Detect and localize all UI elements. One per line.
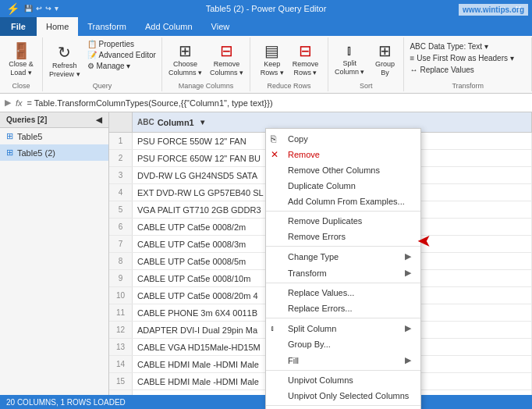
remove-icon: ✕ xyxy=(271,149,278,160)
tab-transform[interactable]: Transform xyxy=(78,17,136,36)
formula-bar: ▶ fx = Table.TransformColumnTypes(Source… xyxy=(0,94,532,112)
row-num: 5 xyxy=(109,201,133,218)
row-num: 10 xyxy=(109,287,133,304)
ctx-replace-values[interactable]: Replace Values... xyxy=(266,285,420,301)
tab-file[interactable]: File xyxy=(0,17,37,36)
ctx-transform[interactable]: Transform ▶ xyxy=(266,265,420,283)
remove-columns-button[interactable]: ⊟ RemoveColumns ▾ xyxy=(207,40,246,79)
row-num: 9 xyxy=(109,270,133,286)
title-bar-left: ⚡ 💾↩↪▾ xyxy=(6,2,59,15)
ribbon-group-transform: ABC Data Type: Text ▾ ≡ Use First Row as… xyxy=(404,37,532,91)
choose-columns-button[interactable]: ⊞ ChooseColumns ▾ xyxy=(165,40,205,79)
advanced-editor-button[interactable]: 📝 Advanced Editor xyxy=(85,50,158,60)
ctx-remove[interactable]: ✕ Remove xyxy=(266,147,420,162)
fill-arrow: ▶ xyxy=(405,355,411,365)
row-num: 2 xyxy=(109,150,133,166)
row-number-header xyxy=(109,112,133,132)
ribbon-group-manage-columns: ⊞ ChooseColumns ▾ ⊟ RemoveColumns ▾ Mana… xyxy=(162,37,250,91)
ctx-remove-errors[interactable]: Remove Errors xyxy=(266,229,420,247)
ctx-fill[interactable]: Fill ▶ xyxy=(266,352,420,371)
queries-header: Queries [2] ◀ xyxy=(0,112,108,128)
row-num: 12 xyxy=(109,322,133,338)
ctx-copy[interactable]: ⎘ Copy xyxy=(266,131,420,147)
ribbon-group-reduce-rows: ▤ KeepRows ▾ ⊟ RemoveRows ▾ Reduce Rows xyxy=(250,37,328,91)
remove-rows-icon: ⊟ xyxy=(299,41,312,60)
row-num: 15 xyxy=(109,373,133,389)
queries-panel: Queries [2] ◀ ⊞ Table5 ⊞ Table5 (2) xyxy=(0,112,109,409)
ribbon-group-sort: ⫾ SplitColumn ▾ ⊞ GroupBy Sort xyxy=(328,37,405,91)
manage-button[interactable]: ⚙ Manage ▾ xyxy=(85,61,158,71)
split-column-icon: ⫾ xyxy=(346,41,353,59)
ctx-split-column[interactable]: ⫾ Split Column ▶ xyxy=(266,320,420,336)
ctx-remove-other[interactable]: Remove Other Columns xyxy=(266,162,420,178)
close-load-button[interactable]: 🚪 Close &Load ▾ xyxy=(5,40,37,79)
split-column-button[interactable]: ⫾ SplitColumn ▾ xyxy=(332,40,368,78)
query-group-label: Query xyxy=(43,82,161,90)
row-num: 14 xyxy=(109,356,133,372)
ctx-add-from-examples[interactable]: Add Column From Examples... xyxy=(266,194,420,212)
row-num: 6 xyxy=(109,219,133,235)
transform-label: Transform xyxy=(404,82,531,90)
data-type-icon: ABC xyxy=(410,42,426,51)
ribbon-content: 🚪 Close &Load ▾ Close ↻ RefreshPreview ▾… xyxy=(0,36,532,94)
first-row-icon: ≡ xyxy=(410,54,414,62)
ctx-unpivot-only[interactable]: Unpivot Only Selected Columns xyxy=(266,388,420,406)
tab-add-column[interactable]: Add Column xyxy=(136,17,202,36)
row-num: 11 xyxy=(109,304,133,321)
tab-view[interactable]: View xyxy=(202,17,239,36)
data-type-button[interactable]: ABC Data Type: Text ▾ xyxy=(407,41,528,52)
transform-arrow: ▶ xyxy=(405,268,411,278)
column-menu-icon[interactable]: ▾ xyxy=(200,118,204,126)
column-type-icon: ABC xyxy=(137,118,154,126)
expand-icon[interactable]: ▶ xyxy=(5,98,11,108)
replace-values-icon: ↔ xyxy=(410,66,417,74)
ctx-replace-errors[interactable]: Replace Errors... xyxy=(266,301,420,318)
watermark: www.wintips.org xyxy=(459,4,528,16)
row-num: 4 xyxy=(109,184,133,201)
main-area: Queries [2] ◀ ⊞ Table5 ⊞ Table5 (2) ABC … xyxy=(0,112,532,409)
ctx-remove-duplicates[interactable]: Remove Duplicates xyxy=(266,213,420,229)
keep-rows-button[interactable]: ▤ KeepRows ▾ xyxy=(257,40,288,79)
app-icon: ⚡ xyxy=(6,2,20,15)
ctx-unpivot[interactable]: Unpivot Columns xyxy=(266,372,420,388)
close-group-label: Close xyxy=(0,82,42,90)
use-first-row-button[interactable]: ≡ Use First Row as Headers ▾ xyxy=(407,53,528,63)
row-num: 8 xyxy=(109,253,133,269)
tab-home[interactable]: Home xyxy=(37,17,78,36)
fx-label: fx xyxy=(16,98,23,108)
remove-rows-button[interactable]: ⊟ RemoveRows ▾ xyxy=(289,40,322,79)
manage-columns-label: Manage Columns xyxy=(162,82,250,90)
query-item-table5[interactable]: ⊞ Table5 xyxy=(0,128,108,144)
change-type-arrow: ▶ xyxy=(405,251,411,261)
status-text: 20 COLUMNS, 1 ROWS LOADED xyxy=(6,398,126,407)
ctx-group-by[interactable]: Group By... xyxy=(266,336,420,352)
copy-icon: ⎘ xyxy=(271,133,276,144)
row-num: 3 xyxy=(109,167,133,183)
collapse-queries-icon[interactable]: ◀ xyxy=(96,116,102,124)
split-icon: ⫾ xyxy=(271,324,275,333)
row-num: 1 xyxy=(109,133,133,149)
split-arrow: ▶ xyxy=(405,323,411,333)
ribbon-group-close: 🚪 Close &Load ▾ Close xyxy=(0,37,43,91)
replace-values-button[interactable]: ↔ Replace Values xyxy=(407,65,528,75)
properties-icon: 📋 xyxy=(87,40,97,48)
column-header-label: Column1 xyxy=(158,118,194,127)
close-load-icon: 🚪 xyxy=(12,41,31,60)
manage-icon: ⚙ xyxy=(87,62,94,70)
ctx-change-type[interactable]: Change Type ▶ xyxy=(266,248,420,265)
group-by-button[interactable]: ⊞ GroupBy xyxy=(369,40,400,79)
sort-label: Sort xyxy=(328,82,404,90)
title-bar: ⚡ 💾↩↪▾ Table5 (2) - Power Query Editor ─… xyxy=(0,0,532,17)
table-icon: ⊞ xyxy=(6,131,13,141)
query-item-table5-2[interactable]: ⊞ Table5 (2) xyxy=(0,144,108,161)
context-menu: ⎘ Copy ✕ Remove Remove Other Columns Dup… xyxy=(265,128,421,409)
window-title: Table5 (2) - Power Query Editor xyxy=(0,4,532,13)
table-icon-2: ⊞ xyxy=(6,148,13,158)
properties-button[interactable]: 📋 Properties xyxy=(85,39,158,49)
row-num: 13 xyxy=(109,339,133,355)
group-by-icon: ⊞ xyxy=(378,41,392,60)
refresh-preview-button[interactable]: ↻ RefreshPreview ▾ xyxy=(46,41,83,80)
keep-rows-icon: ▤ xyxy=(264,41,279,60)
advanced-editor-icon: 📝 xyxy=(87,51,97,59)
ctx-duplicate[interactable]: Duplicate Column xyxy=(266,178,420,194)
